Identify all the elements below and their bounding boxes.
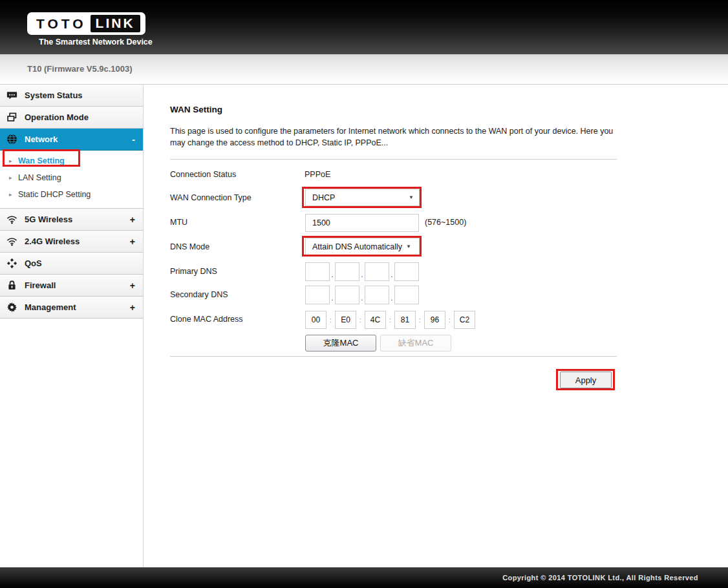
secondary-dns-octet-1[interactable]	[305, 286, 330, 304]
sidebar-item-qos[interactable]: QoS	[0, 253, 143, 275]
mtu-input[interactable]	[305, 214, 419, 232]
content-row: System Status Operation Mode Network -	[0, 85, 728, 567]
logo-text-toto: TOTO	[36, 16, 87, 32]
bullet-arrow-icon: ▸	[9, 174, 18, 181]
selected-value: DHCP	[312, 193, 409, 202]
sidebar-label: Operation Mode	[25, 112, 135, 122]
collapse-indicator: -	[132, 134, 135, 145]
dot-separator: .	[389, 291, 394, 304]
sidebar-label: System Status	[25, 90, 135, 100]
divider	[170, 159, 617, 160]
sidebar-item-24g-wireless[interactable]: 2.4G Wireless +	[0, 231, 143, 253]
colon-separator: :	[327, 317, 335, 324]
bullet-arrow-icon: ▸	[9, 158, 18, 164]
network-submenu: ▸ Wan Setting ▸ LAN Setting ▸ Static DHC…	[0, 151, 143, 209]
mac-octet-5[interactable]	[424, 311, 445, 329]
firmware-bar: T10 (Firmware V5.9c.1003)	[0, 54, 728, 85]
sidebar-item-5g-wireless[interactable]: 5G Wireless +	[0, 209, 143, 231]
connection-status-value: PPPoE	[305, 170, 330, 179]
dot-separator: .	[389, 268, 394, 281]
bullet-arrow-icon: ▸	[9, 191, 18, 198]
colon-separator: :	[386, 317, 394, 324]
sidebar-label: 2.4G Wireless	[25, 236, 130, 246]
mtu-range-hint: (576~1500)	[425, 218, 466, 227]
chevron-down-icon: ▼	[409, 194, 414, 200]
submenu-label: Wan Setting	[18, 156, 65, 165]
totolink-logo: TOTO LINK	[27, 12, 145, 35]
primary-dns-octet-1[interactable]	[305, 262, 330, 281]
wan-connection-type-label: WAN Connection Type	[170, 193, 252, 202]
sidebar: System Status Operation Mode Network -	[0, 85, 144, 567]
dns-mode-select[interactable]: Attain DNS Automatically ▼	[305, 238, 420, 255]
submenu-label: LAN Setting	[18, 173, 61, 182]
apply-button[interactable]: Apply	[560, 372, 612, 388]
dns-mode-label: DNS Mode	[170, 242, 209, 251]
mac-octet-2[interactable]	[335, 311, 356, 329]
dot-separator: .	[359, 291, 365, 304]
wifi-icon	[6, 236, 17, 247]
clone-mac-label: Clone MAC Address	[170, 315, 243, 324]
secondary-dns-octet-4[interactable]	[394, 286, 419, 304]
windows-icon	[6, 112, 17, 123]
expand-indicator: +	[130, 280, 135, 291]
divider	[170, 356, 617, 357]
mac-octet-6[interactable]	[454, 311, 475, 329]
primary-dns-label: Primary DNS	[170, 267, 217, 276]
copyright-text: Copyright © 2014 TOTOLINK Ltd., All Righ…	[0, 567, 728, 588]
sidebar-label: Management	[25, 302, 130, 312]
router-admin-page: TOTO LINK The Smartest Network Device T1…	[0, 0, 728, 588]
sidebar-item-network[interactable]: Network -	[0, 129, 143, 151]
wifi-icon	[6, 214, 17, 225]
mac-octet-4[interactable]	[394, 311, 416, 329]
dot-separator: .	[330, 291, 335, 304]
globe-icon	[6, 134, 17, 145]
logo-tagline: The Smartest Network Device	[39, 37, 153, 47]
primary-dns-octet-3[interactable]	[365, 262, 389, 281]
dot-separator: .	[359, 268, 365, 281]
sidebar-item-static-dhcp-setting[interactable]: ▸ Static DHCP Setting	[0, 186, 143, 203]
secondary-dns-label: Secondary DNS	[170, 290, 228, 299]
secondary-dns-octet-2[interactable]	[335, 286, 359, 304]
primary-dns-inputs: . . .	[305, 262, 419, 281]
primary-dns-octet-2[interactable]	[335, 262, 359, 281]
secondary-dns-inputs: . . .	[305, 286, 419, 304]
logo-link-badge: LINK	[91, 15, 140, 32]
clone-mac-button[interactable]: 克隆MAC	[305, 335, 376, 352]
page-title: WAN Setting	[170, 105, 222, 114]
sidebar-label: 5G Wireless	[25, 215, 130, 224]
connection-status-label: Connection Status	[170, 170, 236, 179]
colon-separator: :	[416, 317, 424, 324]
chat-icon	[6, 90, 17, 101]
footer: Copyright © 2014 TOTOLINK Ltd., All Righ…	[0, 567, 728, 588]
colon-separator: :	[356, 317, 365, 324]
sidebar-item-system-status[interactable]: System Status	[0, 85, 143, 107]
mac-address-inputs: : : : : :	[305, 311, 475, 329]
submenu-label: Static DHCP Setting	[18, 190, 91, 199]
expand-indicator: +	[130, 236, 135, 247]
gear-icon	[6, 302, 17, 313]
header: TOTO LINK The Smartest Network Device	[0, 0, 728, 54]
mac-octet-1[interactable]	[305, 311, 327, 329]
sidebar-item-management[interactable]: Management +	[0, 297, 143, 319]
secondary-dns-octet-3[interactable]	[365, 286, 389, 304]
main-content: WAN Setting This page is used to configu…	[144, 85, 728, 567]
primary-dns-octet-4[interactable]	[394, 262, 419, 281]
mac-octet-3[interactable]	[365, 311, 386, 329]
diamonds-icon	[6, 258, 17, 269]
sidebar-item-wan-setting[interactable]: ▸ Wan Setting	[0, 152, 143, 169]
logo-text-link: LINK	[96, 16, 135, 30]
dot-separator: .	[330, 268, 335, 281]
sidebar-item-operation-mode[interactable]: Operation Mode	[0, 107, 143, 129]
mtu-label: MTU	[170, 218, 187, 227]
sidebar-item-firewall[interactable]: Firewall +	[0, 275, 143, 297]
sidebar-label: Firewall	[25, 280, 130, 290]
lock-icon	[6, 280, 17, 291]
firmware-version-text: T10 (Firmware V5.9c.1003)	[0, 54, 728, 84]
selected-value: Attain DNS Automatically	[312, 242, 402, 251]
sidebar-item-lan-setting[interactable]: ▸ LAN Setting	[0, 169, 143, 186]
sidebar-label: Network	[25, 134, 132, 144]
sidebar-label: QoS	[25, 258, 135, 268]
wan-connection-type-select[interactable]: DHCP ▼	[305, 189, 420, 206]
default-mac-button[interactable]: 缺省MAC	[380, 335, 451, 352]
page-description: This page is used to configure the param…	[170, 125, 619, 149]
